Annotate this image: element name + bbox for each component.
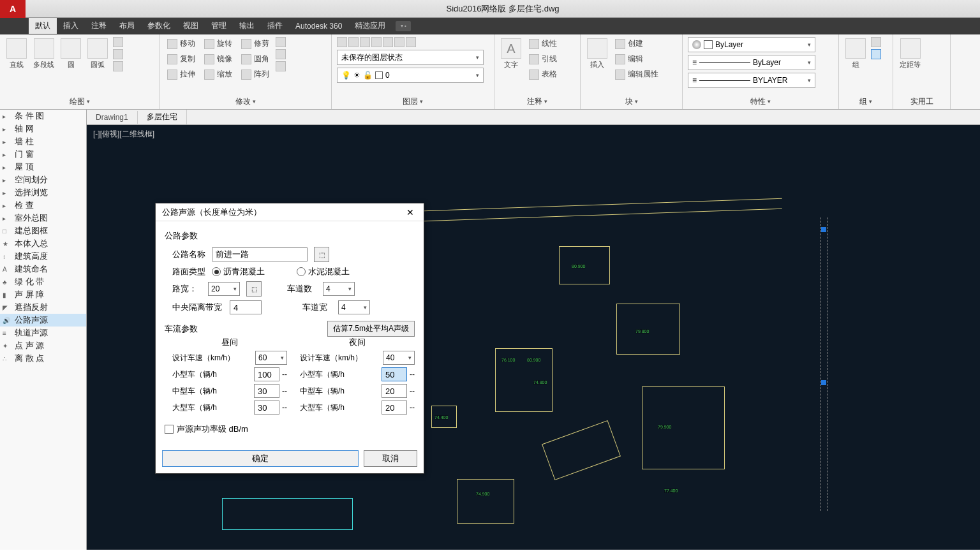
lanewidth-select[interactable]: 4▾ [338, 300, 370, 314]
layer-btn-6[interactable] [394, 37, 405, 47]
modify-extra-1[interactable] [276, 37, 286, 47]
edit-button[interactable]: 编辑 [612, 52, 661, 66]
insert-button[interactable]: 插入 [586, 37, 609, 71]
layer-btn-4[interactable] [371, 37, 382, 47]
scale-button[interactable]: 缩放 [202, 68, 235, 81]
menu-default[interactable]: 默认 [29, 18, 57, 34]
sidebar-item-14[interactable]: ▮声 屏 障 [0, 288, 86, 301]
sidebar-item-15[interactable]: ◤遮挡反射 [0, 301, 86, 314]
menu-parametric[interactable]: 参数化 [141, 18, 177, 34]
leader-button[interactable]: 引线 [526, 52, 560, 66]
sidebar-item-17[interactable]: ≡轨道声源 [0, 327, 86, 339]
sidebar-item-3[interactable]: ▸门 窗 [0, 148, 86, 161]
layer-btn-7[interactable] [406, 37, 416, 47]
sidebar-item-7[interactable]: ▸检 查 [0, 199, 86, 212]
lineweight-dropdown[interactable]: ≡ByLayer▾ [688, 55, 815, 70]
cancel-button[interactable]: 取消 [364, 450, 417, 467]
polyline-button[interactable]: 多段线 [32, 37, 56, 71]
fillet-button[interactable]: 圆角 [239, 52, 272, 66]
array-button[interactable]: 阵列 [239, 68, 272, 81]
sidebar-item-2[interactable]: ▸墙 柱 [0, 135, 86, 148]
tab-multistorey[interactable]: 多层住宅 [138, 110, 187, 124]
night-big-input[interactable] [382, 400, 407, 415]
panel-block-label[interactable]: 块 ▾ [582, 95, 681, 108]
night-mid-input[interactable] [382, 384, 407, 398]
draw-extra-3[interactable] [113, 61, 123, 71]
menu-a360[interactable]: Autodesk 360 [289, 19, 348, 33]
editattr-button[interactable]: 编辑属性 [612, 68, 661, 81]
day-small-input[interactable] [254, 367, 279, 381]
sidebar-item-18[interactable]: ✦点 声 源 [0, 339, 86, 352]
sidebar-item-19[interactable]: ∴离 散 点 [0, 352, 86, 365]
group-button[interactable]: 组 [844, 37, 867, 71]
close-icon[interactable]: ✕ [403, 205, 417, 219]
menu-output[interactable]: 输出 [233, 18, 261, 34]
menu-plugins[interactable]: 插件 [261, 18, 289, 34]
day-mid-input[interactable] [254, 384, 279, 398]
panel-annot-label[interactable]: 注释 ▾ [496, 95, 579, 108]
power-level-checkbox[interactable]: 声源声功率级 dB/m [165, 423, 415, 435]
tab-drawing1[interactable]: Drawing1 [87, 111, 138, 124]
group-extra-1[interactable] [871, 37, 881, 47]
sidebar-item-8[interactable]: ▸室外总图 [0, 212, 86, 224]
measure-button[interactable]: 定距等 [898, 37, 922, 71]
width-select[interactable]: 20▾ [208, 282, 240, 296]
table-button[interactable]: 表格 [526, 68, 560, 81]
lanes-select[interactable]: 4▾ [323, 282, 355, 296]
pick-width-icon[interactable]: ⬚ [246, 281, 262, 297]
menu-insert[interactable]: 插入 [57, 18, 85, 34]
menu-view[interactable]: 视图 [177, 18, 205, 34]
mirror-button[interactable]: 镜像 [202, 52, 235, 66]
modify-extra-2[interactable] [276, 49, 286, 59]
pick-road-icon[interactable]: ⬚ [314, 247, 329, 262]
sidebar-item-12[interactable]: A建筑命名 [0, 263, 86, 276]
sidebar-item-5[interactable]: ▸空间划分 [0, 173, 86, 186]
menu-manage[interactable]: 管理 [205, 18, 233, 34]
sidebar-item-4[interactable]: ▸屋 顶 [0, 161, 86, 173]
panel-draw-label[interactable]: 绘图 ▾ [1, 95, 158, 108]
day-speed-select[interactable]: 60▾ [255, 351, 287, 365]
menu-featured[interactable]: 精选应用 [348, 18, 392, 34]
circle-button[interactable]: 圆 [59, 37, 82, 71]
rotate-button[interactable]: 旋转 [202, 37, 235, 50]
trim-button[interactable]: 修剪 [239, 37, 272, 50]
color-dropdown[interactable]: ByLayer▾ [688, 37, 815, 52]
create-button[interactable]: 创建 [612, 37, 661, 50]
layer-current-dropdown[interactable]: 💡 ☀ 🔓 0▾ [337, 68, 484, 83]
panel-layer-label[interactable]: 图层 ▾ [333, 95, 493, 108]
radio-concrete[interactable]: 水泥混凝土 [297, 266, 350, 277]
viewport-label[interactable]: [-][俯视][二维线框] [93, 129, 154, 140]
panel-props-label[interactable]: 特性 ▾ [684, 95, 837, 108]
layer-state-dropdown[interactable]: 未保存的图层状态▾ [337, 50, 484, 65]
menu-overflow-icon[interactable]: ▾ • [396, 21, 411, 31]
grip-handle[interactable] [821, 227, 826, 232]
sidebar-item-9[interactable]: □建总图框 [0, 224, 86, 237]
layer-btn-2[interactable] [348, 37, 359, 47]
linetype-dropdown[interactable]: ≡BYLAYER▾ [688, 73, 815, 88]
text-button[interactable]: A文字 [500, 37, 523, 71]
ok-button[interactable]: 确定 [162, 450, 359, 467]
sidebar-item-0[interactable]: ▸条 件 图 [0, 110, 86, 122]
day-big-input[interactable] [254, 400, 279, 415]
estimate-button[interactable]: 估算7.5m处平均A声级 [327, 321, 415, 337]
layer-btn-1[interactable] [337, 37, 347, 47]
roadname-input[interactable] [212, 247, 308, 261]
night-small-input[interactable] [382, 367, 407, 381]
sidebar-item-10[interactable]: ★本体入总 [0, 237, 86, 250]
median-input[interactable] [230, 300, 262, 314]
grip-handle[interactable] [821, 380, 826, 385]
night-speed-select[interactable]: 40▾ [383, 351, 415, 365]
copy-button[interactable]: 复制 [165, 52, 198, 66]
arc-button[interactable]: 圆弧 [86, 37, 109, 71]
stretch-button[interactable]: 拉伸 [165, 68, 198, 81]
move-button[interactable]: 移动 [165, 37, 198, 50]
layer-btn-5[interactable] [383, 37, 393, 47]
draw-extra-2[interactable] [113, 49, 123, 59]
menu-annotate[interactable]: 注释 [85, 18, 113, 34]
layer-btn-3[interactable] [360, 37, 370, 47]
radio-asphalt[interactable]: 沥青混凝土 [212, 266, 265, 277]
sidebar-item-1[interactable]: ▸轴 网 [0, 122, 86, 135]
panel-group-label[interactable]: 组 ▾ [840, 95, 891, 108]
app-logo[interactable]: A [0, 0, 26, 18]
menu-layout[interactable]: 布局 [113, 18, 141, 34]
